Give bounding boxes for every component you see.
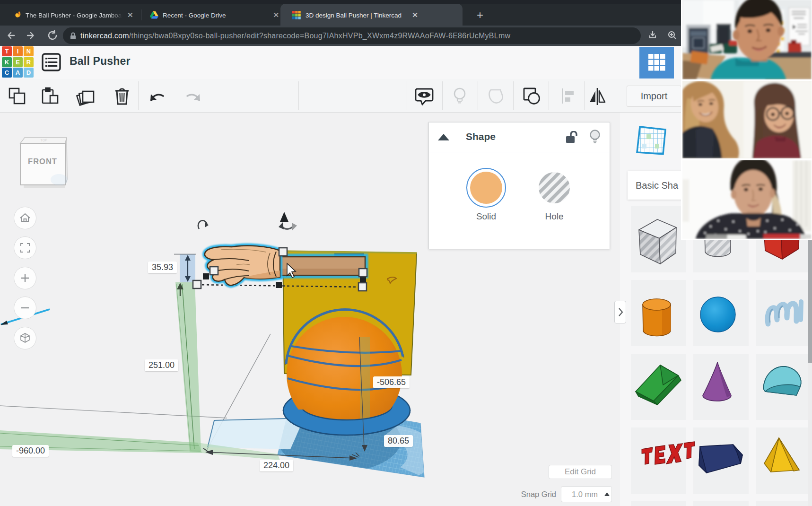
svg-text:TOP: TOP <box>41 139 48 142</box>
svg-text:FRONT: FRONT <box>28 157 57 166</box>
